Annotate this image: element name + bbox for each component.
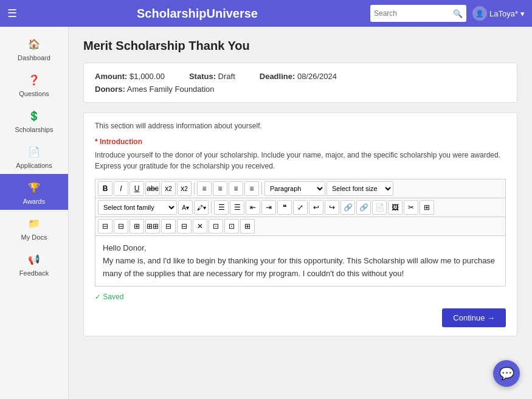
toolbar-row-3: ⊟ ⊟ ⊞ ⊞⊞ ⊟ ⊟ ✕ ⊡ ⊡ ⊞: [95, 217, 506, 235]
toolbar-divider: [211, 201, 212, 213]
insert-image-button[interactable]: 📄: [372, 200, 387, 215]
tb-extra-1[interactable]: ⊟: [98, 219, 112, 234]
saved-indicator: ✓ Saved: [95, 293, 506, 301]
strikethrough-button[interactable]: abc: [145, 181, 160, 196]
user-menu[interactable]: 👤 LaToya* ▾: [472, 6, 525, 21]
search-icon: 🔍: [453, 9, 463, 18]
tb-extra-2[interactable]: ⊟: [114, 219, 128, 234]
feedback-icon: 📢: [26, 251, 43, 268]
highlight-color-button[interactable]: 🖍▾: [194, 200, 209, 215]
amount-label: Amount:: [95, 72, 127, 81]
my-docs-icon: 📁: [26, 215, 43, 232]
section-description: This section will address information ab…: [95, 122, 506, 130]
page-title: Merit Scholarship Thank You: [83, 39, 517, 53]
tb-extra-10[interactable]: ⊞: [240, 219, 255, 234]
sidebar-item-dashboard[interactable]: 🏠 Dashboard: [0, 30, 68, 66]
tb-extra-4[interactable]: ⊞⊞: [145, 219, 160, 234]
tb-extra-8[interactable]: ⊡: [209, 219, 223, 234]
sidebar-item-label: Awards: [23, 198, 45, 205]
toolbar-divider: [261, 182, 262, 195]
sidebar-item-awards[interactable]: 🏆 Awards: [0, 174, 68, 210]
sidebar-item-label: Feedback: [19, 269, 49, 277]
menu-icon[interactable]: ☰: [7, 7, 17, 20]
avatar: 👤: [472, 6, 487, 21]
saved-text: ✓ Saved: [95, 293, 123, 301]
ordered-list-button[interactable]: ☰: [230, 200, 244, 215]
toolbar-row-1: B I U abc x2 x2 ≡ ≡ ≡ ≡ Paragraph Headin…: [95, 179, 506, 198]
continue-button[interactable]: Continue →: [442, 308, 506, 327]
sidebar-item-questions[interactable]: ❓ Questions: [0, 66, 68, 102]
unordered-list-button[interactable]: ☰: [214, 200, 229, 215]
search-bar[interactable]: 🔍: [370, 5, 466, 22]
font-color-button[interactable]: A▾: [178, 200, 193, 215]
italic-button[interactable]: I: [114, 181, 128, 196]
blockquote-button[interactable]: ❝: [277, 200, 292, 215]
insert-special-button[interactable]: ✂: [404, 200, 418, 215]
chevron-down-icon: ▾: [520, 9, 525, 18]
intro-label: * Introduction: [95, 137, 506, 146]
sidebar-item-label: Dashboard: [18, 54, 50, 61]
remove-link-button[interactable]: 🔗: [356, 200, 371, 215]
sidebar-item-applications[interactable]: 📄 Applications: [0, 138, 68, 174]
intro-description: Introduce yourself to the donor of your …: [95, 150, 506, 172]
amount-value: $1,000.00: [130, 72, 165, 81]
insert-table-button[interactable]: ⊞: [420, 200, 434, 215]
expand-button[interactable]: ⤢: [293, 200, 308, 215]
search-input[interactable]: [374, 9, 453, 18]
continue-row: Continue →: [95, 308, 506, 327]
align-justify-button[interactable]: ≡: [244, 181, 259, 196]
paragraph-select[interactable]: Paragraph Heading 1 Heading 2 Heading 3: [264, 181, 325, 196]
tb-extra-9[interactable]: ⊡: [224, 219, 239, 234]
sidebar-item-label: Applications: [16, 162, 52, 169]
editor-card: This section will address information ab…: [83, 113, 517, 336]
chat-icon: 💬: [499, 366, 514, 381]
undo-button[interactable]: ↩: [309, 200, 323, 215]
fontsize-select[interactable]: Select font size 8101214 16182436: [326, 181, 393, 196]
outdent-button[interactable]: ⇤: [246, 200, 260, 215]
donors-label: Donors:: [95, 85, 125, 94]
awards-icon: 🏆: [26, 179, 43, 196]
sidebar: 🏠 Dashboard ❓ Questions 💲 Scholarships 📄…: [0, 27, 69, 399]
user-name: LaToya*: [489, 9, 518, 18]
donors-value: Ames Family Foundation: [127, 85, 215, 94]
questions-icon: ❓: [26, 71, 43, 88]
dashboard-icon: 🏠: [26, 35, 43, 52]
app-title: ScholarshipUniverse: [24, 7, 370, 21]
deadline-value: 08/26/2024: [297, 72, 337, 81]
tb-extra-6[interactable]: ⊟: [177, 219, 192, 234]
chat-button[interactable]: 💬: [493, 360, 520, 387]
insert-media-button[interactable]: 🖼: [388, 200, 402, 215]
subscript-button[interactable]: x2: [161, 181, 176, 196]
bold-button[interactable]: B: [98, 181, 112, 196]
sidebar-item-scholarships[interactable]: 💲 Scholarships: [0, 102, 68, 138]
align-left-button[interactable]: ≡: [197, 181, 212, 196]
status-label: Status:: [189, 72, 216, 81]
sidebar-item-feedback[interactable]: 📢 Feedback: [0, 246, 68, 282]
align-center-button[interactable]: ≡: [213, 181, 227, 196]
sidebar-item-label: Questions: [19, 90, 49, 97]
sidebar-item-label: My Docs: [21, 234, 47, 241]
insert-link-button[interactable]: 🔗: [340, 200, 355, 215]
indent-button[interactable]: ⇥: [261, 200, 276, 215]
tb-extra-5[interactable]: ⊟: [161, 219, 176, 234]
topbar: ☰ ScholarshipUniverse 🔍 👤 LaToya* ▾: [0, 0, 532, 27]
redo-button[interactable]: ↪: [325, 200, 339, 215]
status-value: Draft: [218, 72, 235, 81]
toolbar-divider: [194, 182, 195, 195]
tb-extra-3[interactable]: ⊞: [130, 219, 144, 234]
sidebar-item-label: Scholarships: [15, 126, 54, 133]
main-content: Merit Scholarship Thank You Amount: $1,0…: [69, 27, 532, 399]
underline-button[interactable]: U: [130, 181, 144, 196]
superscript-button[interactable]: x2: [177, 181, 192, 196]
sidebar-item-my-docs[interactable]: 📁 My Docs: [0, 210, 68, 246]
fontfamily-select[interactable]: Select font family ArialTimes New RomanC…: [98, 200, 177, 215]
deadline-label: Deadline:: [260, 72, 295, 81]
editor-line-2: My name is, and I'd like to begin by tha…: [103, 255, 498, 280]
tb-extra-7[interactable]: ✕: [193, 219, 207, 234]
applications-icon: 📄: [26, 143, 43, 160]
scholarships-icon: 💲: [26, 107, 43, 124]
align-right-button[interactable]: ≡: [229, 181, 243, 196]
editor-content-area[interactable]: Hello Donor, My name is, and I'd like to…: [95, 235, 506, 286]
toolbar-row-2: Select font family ArialTimes New RomanC…: [95, 198, 506, 217]
info-card: Amount: $1,000.00 Status: Draft Deadline…: [83, 63, 517, 103]
